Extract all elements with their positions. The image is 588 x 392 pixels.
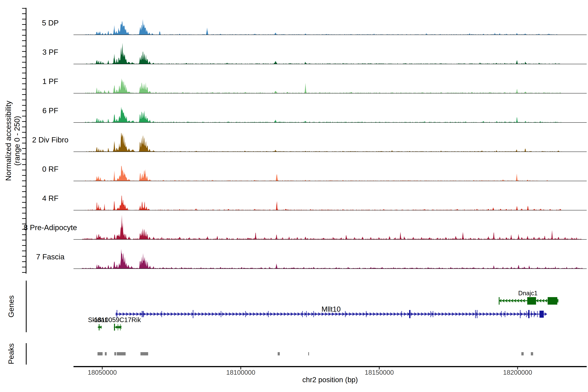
signal-track-2-div-fibro xyxy=(74,133,586,152)
peak-interval-box xyxy=(531,352,533,356)
gene-label-dnajc1: Dnajc1 xyxy=(518,290,538,297)
peak-interval-box xyxy=(114,352,116,356)
track-label: 4 RF xyxy=(20,194,80,203)
coverage-plot-canvas xyxy=(0,0,588,392)
gene-label-mllt10: Mllt10 xyxy=(322,305,340,313)
peak-interval-box xyxy=(278,352,280,356)
track-label: 2 Div Fibro xyxy=(20,136,80,144)
peak-interval-box xyxy=(308,352,309,356)
signal-track-8-pre-adipocyte xyxy=(74,215,586,239)
y-axis-label-line1: Normalized accessibility xyxy=(4,101,13,181)
x-tick-label: 18200000 xyxy=(503,369,532,376)
x-tick-label: 18150000 xyxy=(365,369,394,376)
track-label: 0 RF xyxy=(20,165,80,174)
x-tick-label: 18100000 xyxy=(226,369,255,376)
signal-track-1-pf xyxy=(74,78,586,93)
peak-interval-box xyxy=(105,352,107,356)
peak-interval-box xyxy=(117,352,126,356)
y-axis-label: Normalized accessibility (range 0 - 250) xyxy=(4,101,22,181)
x-axis-title: chr2 position (bp) xyxy=(302,376,358,384)
x-tick-label: 18050000 xyxy=(88,369,117,376)
track-label: 8 Pre-Adipocyte xyxy=(20,223,80,232)
y-axis-label-line2: (range 0 - 250) xyxy=(13,101,22,181)
signal-track-0-rf xyxy=(74,166,586,181)
track-label: 5 DP xyxy=(20,18,80,27)
x-axis-line xyxy=(74,366,587,367)
peak-interval-box xyxy=(140,352,148,356)
signal-track-3-pf xyxy=(74,43,586,64)
track-label: 3 PF xyxy=(20,48,80,56)
track-label: 7 Fascia xyxy=(20,252,80,261)
peaks-section-bar xyxy=(26,343,26,364)
peak-interval-box xyxy=(521,352,524,356)
signal-track-7-fascia xyxy=(74,249,586,268)
exon-box-dnajc1 xyxy=(548,297,557,304)
gene-label-1810059c17rik: 1810059C17Rik xyxy=(94,316,141,324)
genes-section-label: Genes xyxy=(7,295,16,318)
signal-track-6-pf xyxy=(74,107,586,122)
track-label: 6 PF xyxy=(20,106,80,115)
signal-track-5-dp xyxy=(74,19,586,35)
exon-box-mllt10 xyxy=(540,311,544,318)
genes-section-bar xyxy=(26,280,26,332)
peaks-section-label: Peaks xyxy=(7,343,16,364)
peak-interval-box xyxy=(98,352,102,356)
track-label: 1 PF xyxy=(20,77,80,86)
signal-track-4-rf xyxy=(74,196,586,210)
exon-box-dnajc1 xyxy=(527,297,536,304)
genome-browser-figure: Normalized accessibility (range 0 - 250)… xyxy=(0,0,588,392)
